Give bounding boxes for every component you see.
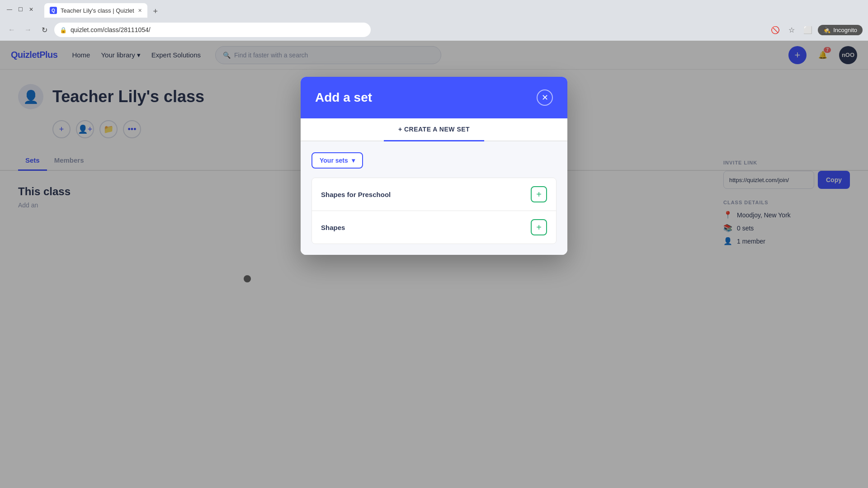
modal-overlay[interactable]: Add a set ✕ + CREATE A NEW SET Your sets… [0,41,868,488]
sets-dropdown-chevron-icon: ▾ [352,157,355,164]
window-controls[interactable]: — ☐ ✕ [5,5,35,14]
active-tab[interactable]: Q Teacher Lily's class | Quizlet ✕ [44,3,147,18]
set-item-shapes-preschool[interactable]: Shapes for Preschool + [312,178,556,211]
modal-title: Add a set [315,90,372,105]
tab-favicon: Q [50,7,57,14]
app-container: QuizletPlus Home Your library ▾ Expert S… [0,41,868,488]
reload-button[interactable]: ↻ [38,23,51,36]
incognito-icon: 🕵️ [823,27,830,33]
browser-nav-bar: ← → ↻ 🔒 quizlet.com/class/28111054/ 🚫 ☆ … [0,19,868,41]
modal-header: Add a set ✕ [301,77,567,118]
lock-icon: 🔒 [60,27,67,33]
bookmark-icon[interactable]: ☆ [785,23,798,36]
incognito-button[interactable]: 🕵️ Incognito [818,25,863,35]
close-icon: ✕ [542,93,548,103]
back-button[interactable]: ← [5,23,18,36]
address-bar[interactable]: 🔒 quizlet.com/class/28111054/ [54,23,371,37]
set-item-shapes[interactable]: Shapes + [312,211,556,244]
tab-bar: Q Teacher Lily's class | Quizlet ✕ + [39,1,167,18]
sets-dropdown-label: Your sets [320,157,348,164]
modal-content: Your sets ▾ Shapes for Preschool + Shape… [301,141,567,255]
forward-button[interactable]: → [22,23,34,36]
set-name-shapes-preschool: Shapes for Preschool [321,191,531,198]
tab-title: Teacher Lily's class | Quizlet [61,7,134,14]
no-script-icon[interactable]: 🚫 [769,23,782,36]
set-name-shapes: Shapes [321,224,531,231]
close-button[interactable]: ✕ [27,5,35,14]
new-tab-button[interactable]: + [149,5,162,18]
browser-chrome: — ☐ ✕ Q Teacher Lily's class | Quizlet ✕… [0,0,868,41]
add-shapes-preschool-button[interactable]: + [531,186,547,202]
modal-close-button[interactable]: ✕ [537,89,553,106]
minimize-button[interactable]: — [5,5,14,14]
address-text: quizlet.com/class/28111054/ [71,26,151,33]
extension-icon[interactable]: ⬜ [802,23,814,36]
add-shapes-button[interactable]: + [531,219,547,235]
title-bar: — ☐ ✕ Q Teacher Lily's class | Quizlet ✕… [0,0,868,19]
sets-dropdown[interactable]: Your sets ▾ [311,152,363,169]
modal-tab-create[interactable]: + CREATE A NEW SET [384,118,484,141]
modal-tab-bar: + CREATE A NEW SET [301,118,567,141]
incognito-label: Incognito [833,27,857,33]
browser-right-controls: 🚫 ☆ ⬜ 🕵️ Incognito [769,23,863,36]
maximize-button[interactable]: ☐ [16,5,24,14]
tab-close-button[interactable]: ✕ [138,8,142,14]
sets-list: Shapes for Preschool + Shapes + [311,178,557,244]
add-set-modal: Add a set ✕ + CREATE A NEW SET Your sets… [301,77,567,255]
